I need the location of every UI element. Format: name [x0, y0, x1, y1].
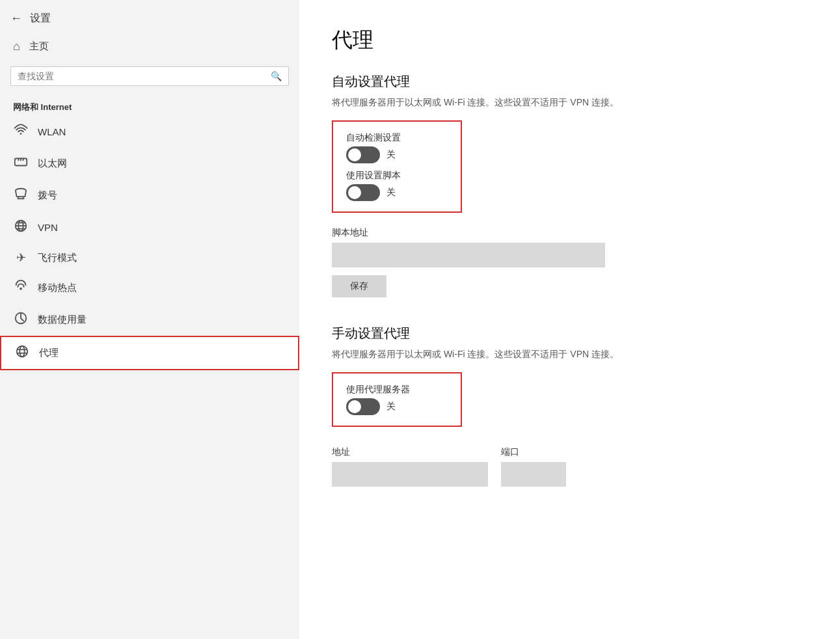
- sidebar-item-data[interactable]: 数据使用量: [0, 304, 299, 336]
- dialup-label: 拨号: [38, 189, 57, 202]
- sidebar-item-vpn[interactable]: VPN: [0, 211, 299, 243]
- hotspot-icon: [13, 279, 29, 297]
- home-label: 主页: [29, 40, 49, 53]
- port-input[interactable]: [501, 462, 566, 487]
- use-proxy-toggle[interactable]: [346, 398, 380, 415]
- auto-detect-toggle-inline: 关: [346, 146, 448, 163]
- main-content: 代理 自动设置代理 将代理服务器用于以太网或 Wi-Fi 连接。这些设置不适用于…: [299, 0, 840, 639]
- airplane-icon: ✈: [13, 251, 29, 265]
- ethernet-label: 以太网: [38, 157, 67, 170]
- search-icon: 🔍: [271, 71, 282, 81]
- svg-point-11: [20, 288, 22, 290]
- page-title: 代理: [332, 26, 807, 55]
- sidebar-title-label: 设置: [30, 12, 51, 25]
- auto-detect-thumb: [348, 148, 361, 161]
- sidebar-item-airplane[interactable]: ✈ 飞行模式: [0, 243, 299, 272]
- save-button[interactable]: 保存: [332, 275, 386, 297]
- use-proxy-state: 关: [386, 401, 396, 413]
- section-label: 网络和 Internet: [0, 96, 299, 116]
- manual-section-title: 手动设置代理: [332, 325, 807, 342]
- use-script-toggle[interactable]: [346, 184, 380, 201]
- vpn-label: VPN: [38, 222, 58, 233]
- use-proxy-thumb: [348, 400, 361, 413]
- sidebar-item-proxy[interactable]: 代理: [0, 336, 299, 370]
- home-icon: ⌂: [13, 40, 20, 53]
- auto-detect-toggle[interactable]: [346, 146, 380, 163]
- auto-detect-state: 关: [386, 149, 396, 161]
- sidebar-item-dialup[interactable]: 拨号: [0, 180, 299, 211]
- svg-point-14: [20, 346, 24, 357]
- dialup-icon: [13, 187, 29, 204]
- port-label: 端口: [501, 446, 566, 458]
- wifi-icon: [13, 123, 29, 141]
- address-port-row: 地址 端口: [332, 446, 807, 487]
- sidebar-header: ← 设置: [0, 0, 299, 32]
- data-icon: [13, 311, 29, 329]
- manual-toggle-group: 使用代理服务器 关: [332, 372, 462, 427]
- auto-detect-label: 自动检测设置: [346, 132, 448, 144]
- manual-section: 手动设置代理 将代理服务器用于以太网或 Wi-Fi 连接。这些设置不适用于 VP…: [332, 325, 807, 487]
- use-proxy-row: 使用代理服务器 关: [346, 384, 448, 415]
- svg-point-13: [17, 346, 28, 357]
- sidebar-item-hotspot[interactable]: 移动热点: [0, 272, 299, 304]
- svg-point-0: [20, 133, 22, 135]
- auto-section-title: 自动设置代理: [332, 73, 807, 90]
- search-box[interactable]: 🔍: [10, 66, 289, 86]
- address-input[interactable]: [332, 462, 488, 487]
- address-field-group: 地址: [332, 446, 488, 487]
- script-address-label: 脚本地址: [332, 227, 807, 239]
- use-script-label: 使用设置脚本: [346, 170, 448, 182]
- vpn-icon: [13, 219, 29, 236]
- auto-section-desc: 将代理服务器用于以太网或 Wi-Fi 连接。这些设置不适用于 VPN 连接。: [332, 97, 807, 109]
- wlan-label: WLAN: [38, 126, 66, 137]
- use-proxy-toggle-inline: 关: [346, 398, 448, 415]
- home-nav-item[interactable]: ⌂ 主页: [0, 32, 299, 61]
- airplane-label: 飞行模式: [38, 252, 77, 264]
- ethernet-icon: [13, 155, 29, 172]
- use-proxy-label: 使用代理服务器: [346, 384, 448, 396]
- sidebar-item-ethernet[interactable]: 以太网: [0, 148, 299, 180]
- hotspot-label: 移动热点: [38, 282, 77, 294]
- data-label: 数据使用量: [38, 314, 87, 326]
- search-input[interactable]: [18, 71, 271, 81]
- auto-detect-row: 自动检测设置 关: [346, 132, 448, 163]
- port-field-group: 端口: [501, 446, 566, 487]
- use-script-thumb: [348, 186, 361, 199]
- back-button[interactable]: ←: [10, 12, 22, 25]
- address-label: 地址: [332, 446, 488, 458]
- auto-toggle-group: 自动检测设置 关 使用设置脚本 关: [332, 120, 462, 213]
- script-address-input[interactable]: [332, 243, 605, 267]
- manual-section-desc: 将代理服务器用于以太网或 Wi-Fi 连接。这些设置不适用于 VPN 连接。: [332, 349, 807, 360]
- globe-icon: [14, 344, 30, 362]
- use-script-state: 关: [386, 187, 396, 198]
- sidebar: ← 设置 ⌂ 主页 🔍 网络和 Internet WLAN: [0, 0, 299, 639]
- use-script-toggle-inline: 关: [346, 184, 448, 201]
- sidebar-item-wlan[interactable]: WLAN: [0, 116, 299, 148]
- use-script-row: 使用设置脚本 关: [346, 170, 448, 201]
- proxy-label: 代理: [39, 347, 59, 359]
